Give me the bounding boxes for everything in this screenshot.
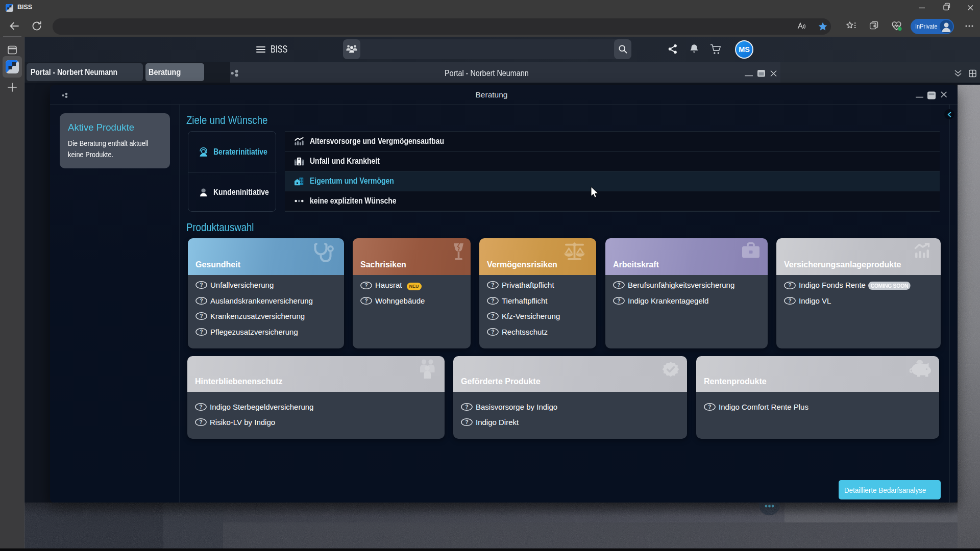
svg-text:?: ? (199, 404, 202, 410)
svg-text:?: ? (788, 298, 791, 304)
svg-text:?: ? (364, 283, 368, 288)
svg-text:?: ? (708, 404, 711, 410)
svg-text:?: ? (617, 298, 620, 304)
svg-text:?: ? (200, 313, 203, 319)
svg-text:?: ? (788, 283, 791, 288)
svg-text:?: ? (364, 298, 368, 304)
svg-text:?: ? (200, 282, 203, 288)
svg-text:?: ? (491, 282, 494, 288)
svg-text:?: ? (617, 282, 620, 288)
svg-text:?: ? (199, 419, 202, 425)
svg-text:?: ? (200, 329, 203, 335)
svg-text:?: ? (465, 404, 468, 410)
svg-text:?: ? (491, 329, 494, 335)
svg-text:?: ? (491, 298, 494, 304)
svg-text:?: ? (200, 298, 203, 304)
svg-text:?: ? (465, 419, 468, 425)
svg-text:?: ? (491, 313, 494, 319)
